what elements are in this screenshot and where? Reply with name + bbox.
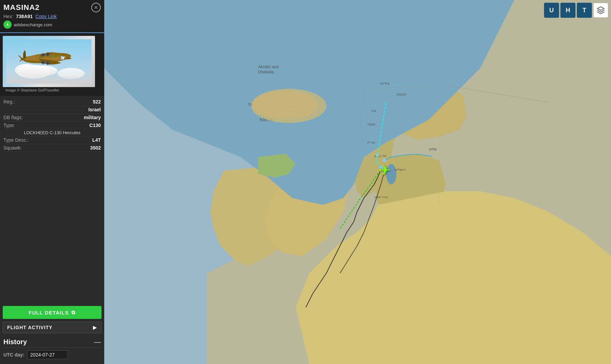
- history-label: History: [3, 338, 27, 346]
- map-container: ביירות צור חיפה נצרת דמשק תל אביב ירושלי…: [104, 0, 611, 364]
- svg-text:ירושלים: ירושלים: [395, 168, 406, 171]
- flight-activity-label: FLIGHT ACTIVITY: [7, 325, 53, 330]
- country-value: Israel: [88, 107, 101, 112]
- aircraft-image-container: ✡ Image © Stephane GolfTraveller: [0, 33, 104, 96]
- svg-text:Dhekelia: Dhekelia: [258, 70, 274, 74]
- svg-text:תל אביב: תל אביב: [374, 154, 387, 158]
- reg-label: Reg.:: [3, 99, 15, 104]
- svg-point-4: [57, 68, 85, 79]
- adsbex-url: adsbexchange.com: [14, 22, 52, 27]
- hex-value: 738A91: [16, 14, 33, 19]
- info-section: Reg.: 522 Israel DB flags: military Type…: [0, 96, 104, 303]
- type-label: Type:: [3, 123, 15, 128]
- aircraft-title: MASINA2: [3, 3, 40, 12]
- db-flags-value: military: [84, 115, 101, 120]
- nav-t-button[interactable]: T: [577, 3, 592, 18]
- aircraft-image: ✡: [3, 36, 95, 87]
- flight-activity-arrow: ▶: [93, 325, 97, 330]
- type-desc-value: L4T: [92, 137, 101, 143]
- hex-label: Hex:: [3, 14, 13, 19]
- svg-text:נצרת: נצרת: [367, 140, 375, 144]
- squawk-value: 3502: [90, 145, 101, 151]
- svg-point-21: [61, 56, 63, 57]
- top-nav: U H T: [544, 3, 608, 18]
- svg-text:עמאן: עמאן: [429, 147, 437, 151]
- full-details-button[interactable]: FULL DETAILS ⧉: [3, 306, 101, 319]
- image-credit: Image © Stephane GolfTraveller: [3, 87, 101, 93]
- squawk-label: Squawk:: [3, 145, 22, 151]
- history-section: History — UTC day:: [0, 335, 104, 364]
- close-button[interactable]: ✕: [91, 3, 101, 12]
- svg-text:צור: צור: [371, 109, 376, 113]
- svg-text:דמשק: דמשק: [396, 92, 406, 96]
- svg-text:Akrotiri and: Akrotiri and: [258, 65, 279, 69]
- svg-text:ביירות: ביירות: [380, 81, 389, 85]
- flight-activity-button[interactable]: FLIGHT ACTIVITY ▶: [3, 322, 101, 333]
- reg-value: 522: [93, 99, 101, 104]
- full-details-icon: ⧉: [71, 309, 76, 316]
- svg-point-49: [376, 154, 379, 157]
- adsbex-icon: A: [3, 20, 12, 29]
- db-flags-label: DB flags:: [3, 115, 23, 120]
- layers-button[interactable]: [593, 3, 608, 18]
- layers-icon: [597, 6, 605, 14]
- airplane-marker[interactable]: ✈: [379, 162, 391, 179]
- svg-point-46: [253, 91, 318, 120]
- map-svg: ביירות צור חיפה נצרת דמשק תל אביב ירושלי…: [104, 0, 611, 364]
- history-collapse-button[interactable]: —: [94, 338, 101, 346]
- svg-text:✡: ✡: [62, 57, 63, 59]
- aircraft-svg: ✡: [6, 39, 92, 84]
- sidebar: MASINA2 ✕ Hex: 738A91 Copy Link A adsbex…: [0, 0, 104, 364]
- utc-day-label: UTC day:: [3, 352, 24, 358]
- svg-point-20: [63, 56, 65, 58]
- type-full: LOCKHEED C-130 Hercules: [3, 129, 101, 136]
- full-details-label: FULL DETAILS: [29, 310, 69, 316]
- copy-link-button[interactable]: Copy Link: [36, 14, 57, 19]
- date-input[interactable]: [27, 350, 68, 359]
- type-desc-label: Type Desc.:: [3, 137, 29, 143]
- svg-point-3: [30, 66, 57, 76]
- nav-h-button[interactable]: H: [560, 3, 575, 18]
- sidebar-header: MASINA2 ✕ Hex: 738A91 Copy Link A adsbex…: [0, 0, 104, 32]
- svg-text:חיפה: חיפה: [367, 122, 375, 126]
- type-value: C130: [90, 123, 101, 128]
- nav-u-button[interactable]: U: [544, 3, 559, 18]
